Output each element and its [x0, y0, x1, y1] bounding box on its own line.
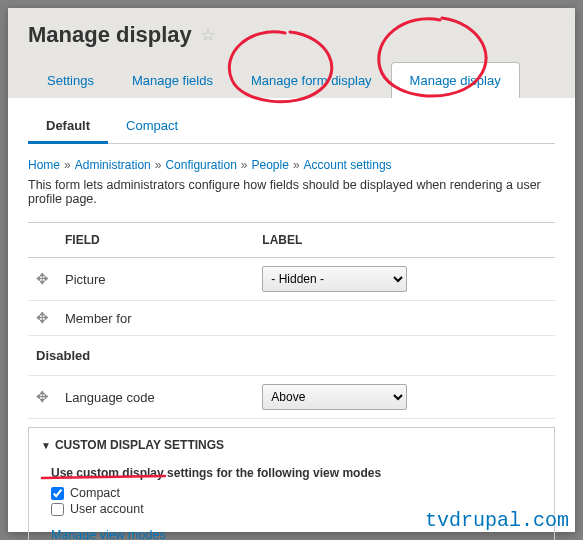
subtab-compact[interactable]: Compact: [108, 110, 196, 143]
custom-label: Use custom display settings for the foll…: [51, 466, 532, 480]
primary-tabs: Settings Manage fields Manage form displ…: [28, 62, 555, 98]
breadcrumb-people[interactable]: People: [252, 158, 289, 172]
table-row: ✥ Language code Above: [28, 376, 555, 419]
watermark: tvdrupal.com: [425, 509, 569, 532]
disabled-section: Disabled: [28, 336, 555, 376]
page-title: Manage display: [28, 22, 192, 48]
breadcrumb-account[interactable]: Account settings: [304, 158, 392, 172]
tab-manage-form-display[interactable]: Manage form display: [232, 62, 391, 98]
tab-manage-fields[interactable]: Manage fields: [113, 62, 232, 98]
tab-settings[interactable]: Settings: [28, 62, 113, 98]
checkbox-compact[interactable]: Compact: [51, 486, 532, 500]
breadcrumb-config[interactable]: Configuration: [165, 158, 236, 172]
table-row: ✥ Member for: [28, 301, 555, 336]
breadcrumb-admin[interactable]: Administration: [75, 158, 151, 172]
field-name: Picture: [57, 258, 254, 301]
secondary-tabs: Default Compact: [28, 98, 555, 144]
admin-window: Manage display ☆ Settings Manage fields …: [8, 8, 575, 532]
table-row: ✥ Picture - Hidden -: [28, 258, 555, 301]
field-name: Language code: [57, 376, 254, 419]
th-label: LABEL: [254, 223, 555, 258]
fields-table: FIELD LABEL ✥ Picture - Hidden - ✥ Membe…: [28, 222, 555, 419]
header: Manage display ☆ Settings Manage fields …: [8, 8, 575, 98]
content: Default Compact Home»Administration»Conf…: [8, 98, 575, 540]
drag-handle-icon[interactable]: ✥: [28, 301, 57, 336]
description: This form lets administrators configure …: [28, 178, 555, 222]
breadcrumb-home[interactable]: Home: [28, 158, 60, 172]
th-field: FIELD: [57, 223, 254, 258]
manage-view-modes-link[interactable]: Manage view modes: [51, 528, 166, 540]
breadcrumb: Home»Administration»Configuration»People…: [28, 144, 555, 178]
subtab-default[interactable]: Default: [28, 110, 108, 144]
drag-handle-icon[interactable]: ✥: [28, 376, 57, 419]
drag-handle-icon[interactable]: ✥: [28, 258, 57, 301]
star-icon[interactable]: ☆: [200, 24, 216, 46]
custom-summary[interactable]: CUSTOM DISPLAY SETTINGS: [29, 428, 554, 462]
field-name: Member for: [57, 301, 254, 336]
tab-manage-display[interactable]: Manage display: [391, 62, 520, 98]
label-select-picture[interactable]: - Hidden -: [262, 266, 407, 292]
label-select-language[interactable]: Above: [262, 384, 407, 410]
